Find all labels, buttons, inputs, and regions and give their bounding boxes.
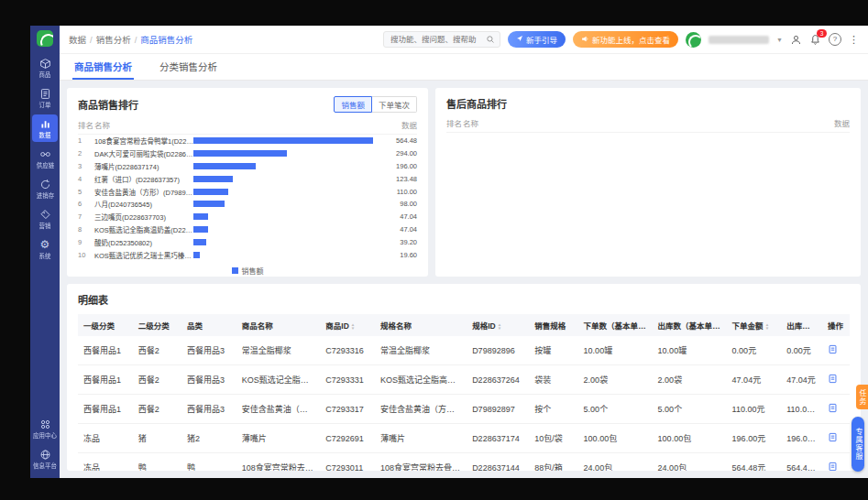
notification-badge: 3: [817, 29, 827, 38]
col-header-sortable[interactable]: 下单数（基本单位）▲▼: [578, 314, 653, 336]
rank-bar-chart: 1108食宴宫常粉去骨鸭掌1(D228637144)564.48 2DAK大可爱…: [78, 135, 417, 261]
sidebar-item-orders[interactable]: 订单: [32, 84, 58, 112]
panel-title: 商品销售排行: [78, 97, 138, 112]
table-row: 西餐用品1西餐2西餐用品3KOS甄选记全脂高温奶盖奶茶C7293331KOS甄选…: [78, 365, 850, 395]
guide-button[interactable]: 新手引导: [508, 31, 566, 48]
rank-row[interactable]: 9酸奶(D252350802)39.20: [78, 235, 417, 248]
sidebar: 商品 订单 数据 供应链 进销存: [30, 26, 60, 478]
marketing-icon: [39, 209, 51, 221]
toggle-sales-amount[interactable]: 销售额: [334, 96, 372, 113]
bar: [193, 213, 208, 220]
rank-row[interactable]: 3薄嘴片(D228637174)196.00: [78, 160, 417, 173]
tab-category-sales-analysis[interactable]: 分类销售分析: [158, 54, 219, 80]
notification-bell-icon[interactable]: 3: [809, 34, 821, 46]
detail-table-header-row: 一级分类 二级分类 品类 商品名称 商品ID▲▼ 规格名称 规格ID▲▼ 销售规…: [78, 314, 850, 336]
sidebar-item-label: 供应链: [36, 162, 53, 168]
sidebar-item-supply-chain[interactable]: 供应链: [32, 145, 58, 172]
customer-service-float-button[interactable]: 专属客服: [852, 417, 864, 472]
sort-icon[interactable]: ▲▼: [819, 323, 822, 331]
bar: [193, 201, 225, 207]
sidebar-item-marketing[interactable]: 营销: [32, 205, 58, 233]
sidebar-item-app-center[interactable]: 应用中心: [32, 415, 58, 442]
view-detail-icon[interactable]: [828, 374, 838, 384]
view-detail-icon[interactable]: [828, 344, 838, 354]
inventory-icon: [39, 179, 51, 190]
system-icon: ⚙: [40, 239, 50, 251]
avatar[interactable]: [686, 32, 701, 48]
col-header: 一级分类: [78, 314, 133, 336]
sidebar-item-label: 数据: [39, 132, 51, 138]
sidebar-item-system[interactable]: ⚙ 系统: [32, 235, 58, 263]
rank-table-header: 排名 名称 数据: [446, 111, 850, 133]
chart-legend[interactable]: 销售额: [78, 261, 417, 276]
bar: [193, 137, 373, 144]
col-header-sortable[interactable]: 出库金额▲▼: [781, 314, 822, 336]
content-area: 商品销售排行 销售额 下单笔次 排名 名称 数据 1108食宴宫常粉去骨鸭掌1(…: [60, 81, 868, 478]
rank-row[interactable]: 2DAK大可爱可丽啦实袋(D228633851)294.00: [78, 147, 417, 160]
sort-icon[interactable]: ▲▼: [765, 323, 769, 331]
sidebar-item-label: 应用中心: [33, 432, 57, 439]
rank-row[interactable]: 10KOS甄选记优质之瑞士黑巧榛子碎(D228634296)19.60: [78, 248, 417, 261]
sort-icon[interactable]: ▲▼: [351, 323, 355, 331]
rank-row[interactable]: 1108食宴宫常粉去骨鸭掌1(D228637144)564.48: [78, 135, 417, 147]
tabbar: 商品销售分析 分类销售分析: [60, 54, 868, 81]
sort-icon[interactable]: ▲▼: [498, 323, 501, 331]
rank-row[interactable]: 7三边嘴页(D228637703)47.04: [78, 211, 417, 223]
more-icon[interactable]: ⋮: [849, 34, 859, 46]
product-sales-ranking-panel: 商品销售排行 销售额 下单笔次 排名 名称 数据 1108食宴宫常粉去骨鸭掌1(…: [67, 88, 428, 277]
search-input[interactable]: [389, 34, 486, 45]
legend-marker: [232, 267, 238, 274]
goods-icon: [39, 58, 51, 70]
metric-toggle: 销售额 下单笔次: [334, 96, 417, 113]
bar: [193, 150, 287, 157]
table-row: 西餐用品1西餐2西餐用品3常温全脂椰浆C7293316常温全脂椰浆D798928…: [78, 336, 850, 365]
view-detail-icon[interactable]: [828, 462, 838, 471]
rank-table-header: 排名 名称 数据: [78, 113, 417, 135]
rank-row[interactable]: 6八月(D240736545)98.00: [78, 198, 417, 211]
sidebar-item-label: 进销存: [36, 192, 53, 199]
col-header-sortable[interactable]: 商品ID▲▼: [320, 314, 375, 336]
col-header-sortable[interactable]: 出库数（基本单位）▲▼: [653, 314, 727, 336]
orders-icon: [39, 88, 51, 100]
col-header-sortable[interactable]: 下单金额▲▼: [727, 314, 782, 336]
view-detail-icon[interactable]: [828, 403, 838, 413]
bar: [193, 163, 256, 169]
search-icon[interactable]: [486, 31, 495, 48]
chevron-down-icon[interactable]: ▼: [776, 37, 783, 43]
breadcrumb-item[interactable]: 数据: [69, 35, 86, 45]
col-header-sortable[interactable]: 规格ID▲▼: [467, 314, 529, 336]
after-sale-ranking-panel: 售后商品排行 排名 名称 数据: [435, 88, 861, 277]
rank-row[interactable]: 8KOS甄选记全脂高温奶盖(D228637264)47.04: [78, 223, 417, 236]
view-detail-icon[interactable]: [828, 432, 838, 442]
contact-service-icon[interactable]: [790, 34, 802, 46]
sidebar-item-label: 信息平台: [33, 462, 57, 469]
help-icon[interactable]: ?: [829, 33, 841, 46]
bar: [193, 176, 233, 182]
tab-product-sales-analysis[interactable]: 商品销售分析: [72, 54, 134, 80]
app-window: 商品 订单 数据 供应链 进销存: [30, 26, 868, 478]
sidebar-item-goods[interactable]: 商品: [32, 54, 58, 82]
rank-row[interactable]: 4红薯（进口）(D228637357)123.48: [78, 172, 417, 185]
col-header: 品类: [181, 314, 236, 336]
col-header: 商品名称: [236, 314, 321, 336]
sidebar-item-data[interactable]: 数据: [32, 114, 58, 142]
col-header: 二级分类: [133, 314, 181, 336]
col-header: 销售规格: [529, 314, 577, 336]
app-logo[interactable]: [37, 30, 53, 47]
bar: [193, 239, 206, 245]
sidebar-item-inventory[interactable]: 进销存: [32, 175, 58, 202]
table-row: 冻品鸭鸭108食宴宫常粉去骨鸭掌1C7293011108食宴宫常粉去骨鸭掌1D2…: [78, 453, 850, 472]
breadcrumb-item[interactable]: 销售分析: [96, 35, 131, 45]
breadcrumb-current: 商品销售分析: [140, 35, 192, 45]
sidebar-item-info-platform[interactable]: 信息平台: [32, 445, 58, 473]
sidebar-item-label: 营销: [39, 223, 51, 229]
account-name-blurred: [709, 36, 769, 44]
empty-rank-body: [446, 133, 850, 268]
bar: [193, 226, 208, 233]
global-search[interactable]: [383, 31, 500, 48]
rank-row[interactable]: 5安佳含盐黄油（方形）(D79892897)110.00: [78, 185, 417, 198]
task-float-button[interactable]: 任务: [856, 385, 868, 409]
toggle-order-count[interactable]: 下单笔次: [372, 96, 417, 113]
promo-button[interactable]: 新功能上线，点击查看: [573, 31, 678, 48]
sidebar-item-label: 商品: [39, 71, 51, 78]
